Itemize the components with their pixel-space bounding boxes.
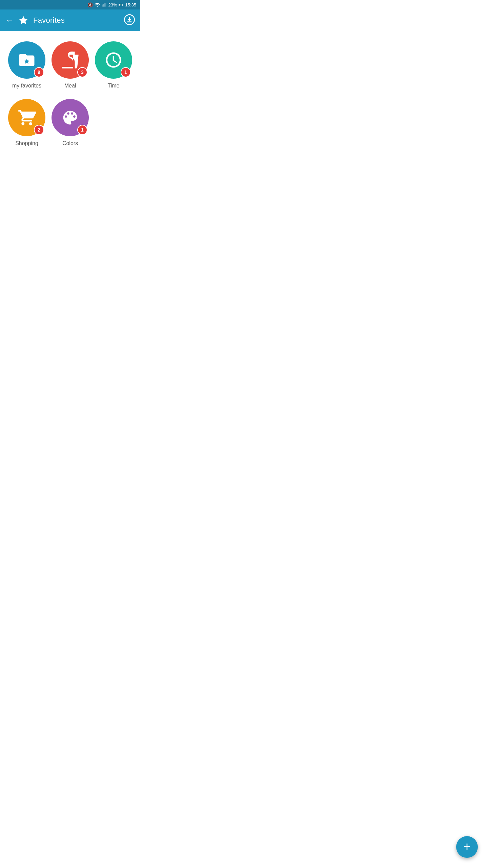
palette-icon — [61, 108, 79, 127]
app-bar-left: ← Favorites — [5, 15, 65, 25]
svg-rect-0 — [102, 5, 102, 6]
colors-badge: 1 — [77, 125, 87, 135]
meal-circle-wrapper: 3 — [52, 41, 89, 79]
svg-rect-4 — [106, 3, 106, 6]
app-bar-title: Favorites — [33, 16, 65, 25]
svg-rect-6 — [119, 4, 120, 5]
category-item-colors[interactable]: 1 Colors — [50, 99, 90, 146]
my-favorites-circle-wrapper: 9 — [8, 41, 45, 79]
time-label: Time — [108, 83, 120, 89]
status-time: 15:35 — [125, 2, 136, 7]
my-favorites-label: my favorites — [12, 83, 41, 89]
app-bar: ← Favorites — [0, 9, 140, 31]
status-bar: 🔇 23% 15:35 — [0, 0, 140, 9]
category-grid-row1: 9 my favorites 3 Meal — [7, 41, 134, 89]
mute-icon: 🔇 — [87, 2, 93, 7]
svg-rect-7 — [123, 4, 123, 5]
category-grid-row2: 2 Shopping 1 Colors — [7, 99, 134, 146]
svg-rect-2 — [104, 4, 104, 6]
category-item-my-favorites[interactable]: 9 my favorites — [7, 41, 47, 89]
svg-rect-3 — [105, 3, 105, 7]
time-badge: 1 — [121, 67, 131, 77]
svg-rect-1 — [103, 4, 103, 6]
clock-icon — [104, 51, 123, 69]
cart-icon — [18, 108, 36, 127]
download-button[interactable] — [124, 14, 135, 26]
cutlery-icon — [61, 51, 79, 69]
colors-circle-wrapper: 1 — [52, 99, 89, 136]
shopping-label: Shopping — [15, 140, 38, 146]
battery-percent: 23% — [108, 2, 117, 7]
meal-badge: 3 — [77, 67, 87, 77]
shopping-circle-wrapper: 2 — [8, 99, 45, 136]
status-icons: 🔇 23% 15:35 — [87, 2, 136, 7]
meal-label: Meal — [64, 83, 76, 89]
battery-icon — [119, 3, 123, 7]
folder-star-icon — [18, 51, 36, 69]
back-button[interactable]: ← — [5, 16, 14, 25]
category-item-shopping[interactable]: 2 Shopping — [7, 99, 47, 146]
category-item-time[interactable]: 1 Time — [94, 41, 134, 89]
time-circle-wrapper: 1 — [95, 41, 132, 79]
category-item-meal[interactable]: 3 Meal — [50, 41, 90, 89]
my-favorites-badge: 9 — [34, 67, 44, 77]
shopping-badge: 2 — [34, 125, 44, 135]
main-content: 9 my favorites 3 Meal — [0, 31, 140, 157]
wifi-icon — [95, 3, 100, 7]
colors-label: Colors — [62, 140, 78, 146]
signal-icon — [102, 3, 106, 7]
favorites-star-icon — [18, 15, 28, 25]
